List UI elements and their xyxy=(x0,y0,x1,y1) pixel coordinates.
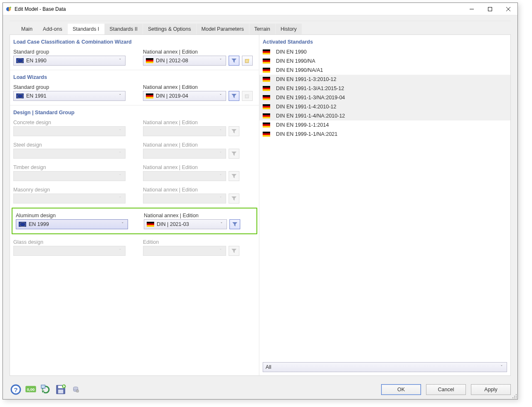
chevron-down-icon: ˇ xyxy=(117,129,123,134)
tab-main[interactable]: Main xyxy=(16,24,38,34)
design-std-combo: ˇ xyxy=(13,126,126,136)
activated-standards-list: DIN EN 1990DIN EN 1990/NADIN EN 1990/NA/… xyxy=(259,47,510,360)
design-std-combo: ˇ xyxy=(13,171,126,181)
activated-standards-title: Activated Standards xyxy=(259,35,510,47)
tab-history[interactable]: History xyxy=(276,24,302,34)
lccw-wizard-button[interactable] xyxy=(242,56,253,66)
titlebar: Edit Model - Base Data xyxy=(3,3,517,15)
eu-flag-icon xyxy=(19,222,26,227)
de-flag-icon xyxy=(263,95,270,100)
minimize-button[interactable] xyxy=(463,3,481,15)
standards-list-item[interactable]: DIN EN 1999-1-1:2014 xyxy=(259,120,510,130)
standards-item-text: DIN EN 1990/NA/A1 xyxy=(276,67,323,73)
de-flag-icon xyxy=(147,222,154,227)
chevron-down-icon: ˇ xyxy=(117,196,123,201)
svg-rect-13 xyxy=(41,385,45,388)
aluminum-annex-combo[interactable]: DIN | 2021-03 ˇ xyxy=(144,219,227,229)
window-title: Edit Model - Base Data xyxy=(15,6,66,12)
units-button[interactable]: 0,00 xyxy=(25,383,37,396)
de-flag-icon xyxy=(263,132,270,137)
standards-item-text: DIN EN 1991-1-4:2010-12 xyxy=(276,104,336,110)
standards-filter-combo[interactable]: All ˇ xyxy=(263,362,507,372)
loadwiz-filter-button[interactable] xyxy=(229,91,239,101)
tab-settings-options[interactable]: Settings & Options xyxy=(143,24,197,34)
chevron-down-icon: ˇ xyxy=(217,129,224,134)
chevron-down-icon: ˇ xyxy=(117,94,123,98)
tab-model-parameters[interactable]: Model Parameters xyxy=(197,24,249,34)
standards-list-item[interactable]: DIN EN 1991-1-4:2010-12 xyxy=(259,102,510,111)
eu-flag-icon xyxy=(16,93,24,98)
de-flag-icon xyxy=(263,86,270,91)
standards-list-item[interactable]: DIN EN 1991-1-3:2010-12 xyxy=(259,75,510,84)
standards-list-item[interactable]: DIN EN 1990/NA xyxy=(259,56,510,66)
tab-standards-2[interactable]: Standards II xyxy=(105,24,143,34)
standards-list-item[interactable]: DIN EN 1991-1-3/A1:2015-12 xyxy=(259,84,510,93)
tab-terrain[interactable]: Terrain xyxy=(249,24,276,34)
standards-item-text: DIN EN 1990 xyxy=(276,49,307,55)
design-annex-combo: ˇ xyxy=(143,194,226,204)
ok-button[interactable]: OK xyxy=(381,384,421,395)
refresh-button[interactable] xyxy=(39,383,52,396)
glass-std-combo: ˇ xyxy=(13,246,126,256)
design-filter-button xyxy=(229,171,239,181)
standards-list-item[interactable]: DIN EN 1991-1-4/NA:2010-12 xyxy=(259,111,510,120)
de-flag-icon xyxy=(263,104,270,109)
apply-button[interactable]: Apply xyxy=(471,384,511,395)
database-button[interactable] xyxy=(69,383,82,396)
standards-item-text: DIN EN 1999-1-1:2014 xyxy=(276,122,329,128)
standards-list-item[interactable]: DIN EN 1991-1-3/NA:2019-04 xyxy=(259,93,510,102)
eu-flag-icon xyxy=(16,58,24,63)
lccw-annex-label: National annex | Edition xyxy=(143,47,259,56)
standards-list-item[interactable]: DIN EN 1990 xyxy=(259,47,510,56)
chevron-down-icon: ˇ xyxy=(218,222,225,227)
de-flag-icon xyxy=(263,77,270,82)
section-design-title: Design | Standard Group xyxy=(10,105,259,118)
chevron-down-icon: ˇ xyxy=(217,59,224,63)
chevron-down-icon: ˇ xyxy=(119,222,126,227)
de-flag-icon xyxy=(146,58,153,63)
aluminum-filter-button[interactable] xyxy=(229,219,240,229)
aluminum-std-combo[interactable]: EN 1999 ˇ xyxy=(16,219,128,229)
section-lccw-title: Load Case Classification & Combination W… xyxy=(10,35,259,47)
chevron-down-icon: ˇ xyxy=(117,152,123,156)
tab-standards-1[interactable]: Standards I xyxy=(68,24,105,34)
chevron-down-icon: ˇ xyxy=(498,365,505,370)
app-icon xyxy=(5,6,12,12)
glass-annex-combo: ˇ xyxy=(143,246,226,256)
standards-item-text: DIN EN 1991-1-3/NA:2019-04 xyxy=(276,95,345,101)
svg-rect-19 xyxy=(76,390,79,392)
cancel-button[interactable]: Cancel xyxy=(426,384,466,395)
de-flag-icon xyxy=(263,59,270,64)
de-flag-icon xyxy=(263,49,270,54)
chevron-down-icon: ˇ xyxy=(117,249,123,253)
maximize-button[interactable] xyxy=(481,3,499,15)
standards-item-text: DIN EN 1991-1-3:2010-12 xyxy=(276,76,336,82)
de-flag-icon xyxy=(146,93,153,98)
help-button[interactable]: ? xyxy=(10,383,22,396)
design-std-combo: ˇ xyxy=(13,149,126,159)
design-std-combo: ˇ xyxy=(13,194,126,204)
standards-list-item[interactable]: DIN EN 1999-1-1/NA:2021 xyxy=(259,130,510,139)
design-filter-button xyxy=(229,149,239,159)
loadwiz-std-combo[interactable]: EN 1991 ˇ xyxy=(13,91,126,101)
lccw-filter-button[interactable] xyxy=(229,56,239,66)
design-row-label: Timber design xyxy=(13,163,138,171)
svg-point-1 xyxy=(10,7,11,8)
loadwiz-annex-combo[interactable]: DIN | 2019-04 ˇ xyxy=(143,91,226,101)
lccw-annex-combo[interactable]: DIN | 2012-08 ˇ xyxy=(143,56,226,66)
tab-addons[interactable]: Add-ons xyxy=(38,24,68,34)
resize-grip[interactable] xyxy=(512,394,517,398)
svg-text:0,00: 0,00 xyxy=(27,387,35,392)
footer: ? 0,00 OK Cancel Apply xyxy=(3,380,517,399)
standards-item-text: DIN EN 1990/NA xyxy=(276,58,315,64)
lccw-std-label: Standard group xyxy=(13,47,138,56)
svg-text:?: ? xyxy=(14,386,18,393)
design-annex-combo: ˇ xyxy=(143,149,226,159)
close-button[interactable] xyxy=(499,3,517,15)
svg-rect-3 xyxy=(488,7,492,11)
lccw-std-combo[interactable]: EN 1990 ˇ xyxy=(13,56,126,66)
standards-list-item[interactable]: DIN EN 1990/NA/A1 xyxy=(259,66,510,75)
chevron-down-icon: ˇ xyxy=(217,249,224,253)
save-button[interactable] xyxy=(54,383,67,396)
design-row-annex-label: National annex | Edition xyxy=(143,163,259,171)
